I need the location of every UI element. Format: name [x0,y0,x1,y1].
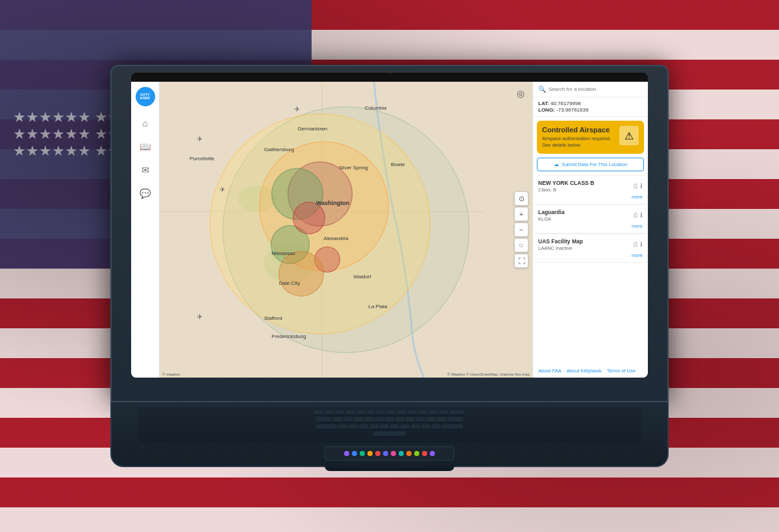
sidebar-home-icon[interactable]: ⌂ [135,113,156,134]
sidebar-chat-icon[interactable]: 💬 [135,183,156,204]
info-row-uas-title: UAS Facility Map LAANC inactive [538,238,583,251]
map-label-stafford: Stafford [264,315,282,321]
sidebar: KITTYHAWK ⌂ 📖 ✉ 💬 [131,82,160,378]
touchpad-btn-2[interactable] [352,451,357,456]
tilt-button[interactable]: ◻ [514,238,528,252]
key-spacebar [373,431,406,437]
key [364,417,373,422]
screen-bezel: KITTYHAWK ⌂ 📖 ✉ 💬 [131,73,648,378]
key [343,417,352,422]
laptop-stand [325,466,454,471]
touchpad[interactable] [325,446,454,461]
warning-description: Airspace authorization required. See det… [542,136,615,149]
sidebar-mail-icon[interactable]: ✉ [135,160,156,180]
map-label-purcellville: Purcellville [190,156,214,162]
touchpad-btn-4[interactable] [367,451,373,456]
about-kittyhawk-link[interactable]: About Kittyhawk [567,368,602,374]
locate-button[interactable]: ⊙ [514,191,528,206]
key [377,410,386,415]
more-link-lga[interactable]: more [538,223,643,229]
long-label: LONG: [538,107,555,113]
about-faa-link[interactable]: About FAA [538,368,562,374]
touchpad-btn-8[interactable] [399,451,404,456]
map-label-manassas: Manassas [271,250,295,256]
key [325,410,334,415]
map-label-alexandria: Alexandria [324,236,349,241]
key [437,417,446,422]
map-label-gaithersburg: Gaithersburg [264,147,294,152]
map-label-fredericksburg: Fredericksburg [271,333,306,339]
warning-text-area: Controlled Airspace Airspace authorizati… [542,126,615,149]
more-link-uas[interactable]: more [538,252,643,258]
info-icon-uas[interactable]: ℹ [640,241,643,248]
more-link-nyc[interactable]: more [538,194,643,200]
map-label-bowie: Bowie [391,162,405,167]
terms-of-use-link[interactable]: Terms of Use [607,368,636,374]
map-label-washington: Washington [316,200,349,206]
coordinates-section: LAT: 40.76179998 LONG: -73.96761639 [533,97,648,117]
search-input[interactable] [549,86,643,92]
key [418,410,427,415]
screen-content: KITTYHAWK ⌂ 📖 ✉ 💬 [131,82,648,378]
share-icon-lga[interactable]: ⎙ [634,212,637,219]
submit-data-button[interactable]: ☁ Submit Data For This Location [537,158,644,171]
touchpad-btn-9[interactable] [406,451,412,456]
zoom-out-button[interactable]: − [514,223,528,237]
key [421,424,430,429]
right-panel: 🔍 LAT: 40.76179998 LONG: -73.96761639 [532,82,648,378]
share-icon-uas[interactable]: ⎙ [634,241,637,248]
info-row-nyc-actions: ⎙ ℹ [634,182,643,189]
touchpad-btn-12[interactable] [430,451,435,456]
info-row-lga: Laguardia KLGA ⎙ ℹ more [533,205,648,234]
info-row-uas-actions: ⎙ ℹ [634,241,643,248]
key [359,424,368,429]
controlled-airspace-card: Controlled Airspace Airspace authorizati… [537,121,644,154]
key [395,417,404,422]
info-row-nyc-title: NEW YORK CLASS B Class: B [538,180,594,193]
key [427,417,436,422]
warning-icon: ⚠ [619,126,639,145]
sidebar-book-icon[interactable]: 📖 [135,136,156,157]
panel-footer: About FAA About Kittyhawk Terms of Use [533,364,648,378]
search-bar[interactable]: 🔍 [533,82,648,97]
touchpad-btn-7[interactable] [391,451,396,456]
key [428,410,438,415]
key [439,410,448,415]
touchpad-btn-5[interactable] [375,451,380,456]
key [387,410,396,415]
submit-cloud-icon: ☁ [554,162,559,167]
key [380,424,389,429]
key-row-1 [142,410,637,415]
warning-triangle-icon: ⚠ [624,130,634,142]
map-area[interactable]: Columbia Germantown Gaithersburg Silver … [160,82,532,378]
key [316,424,337,429]
touchpad-btn-3[interactable] [360,451,365,456]
share-icon-nyc[interactable]: ⎙ [634,182,637,189]
info-row-nyc-header: NEW YORK CLASS B Class: B ⎙ ℹ [538,180,643,193]
key [333,417,342,422]
key [397,410,406,415]
laptop-body: KITTYHAWK ⌂ 📖 ✉ 💬 [110,65,669,402]
app-logo[interactable]: KITTYHAWK [136,87,155,106]
plane-marker-3: ✈ [197,313,203,321]
info-icon-lga[interactable]: ℹ [640,212,643,219]
touchpad-btn-1[interactable] [344,451,349,456]
key [316,417,332,422]
touchpad-btn-10[interactable] [414,451,419,456]
key-row-4 [142,431,637,437]
info-row-lga-actions: ⎙ ℹ [634,212,643,219]
touchpad-btn-11[interactable] [422,451,427,456]
fullscreen-button[interactable]: ⛶ [514,254,528,268]
key [338,424,347,429]
key [349,424,358,429]
key [411,424,420,429]
info-icon-nyc[interactable]: ℹ [640,182,643,189]
plane-marker-4: ✈ [294,105,300,114]
key [416,417,425,422]
zoom-in-button[interactable]: + [514,207,528,221]
key [442,424,463,429]
plane-marker-2: ✈ [219,186,225,194]
key [432,424,441,429]
touchpad-btn-6[interactable] [383,451,388,456]
key [366,410,375,415]
